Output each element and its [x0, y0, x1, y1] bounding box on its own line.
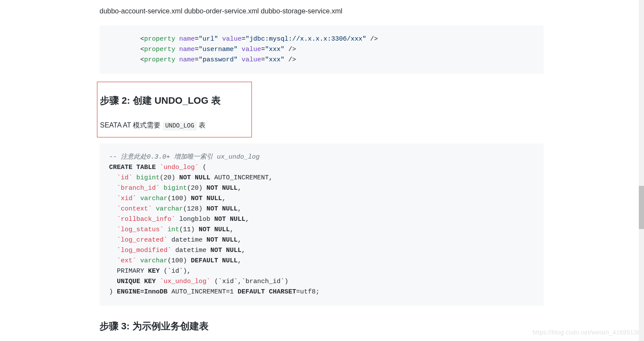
watermark: https://blog.csdn.net/weixin_41695138	[533, 328, 641, 338]
step2-text-after: 表	[197, 121, 206, 129]
intro-filenames: dubbo-account-service.xml dubbo-order-se…	[100, 6, 544, 17]
content-column: dubbo-account-service.xml dubbo-order-se…	[100, 0, 544, 334]
step2-heading: 步骤 2: 创建 UNDO_LOG 表	[100, 93, 247, 108]
page-root: dubbo-account-service.xml dubbo-order-se…	[0, 0, 644, 341]
highlight-box: 步骤 2: 创建 UNDO_LOG 表 SEATA AT 模式需要 UNDO_L…	[97, 82, 252, 137]
code-block-sql-undolog[interactable]: -- 注意此处0.3.0+ 增加唯一索引 ux_undo_log CREATE …	[100, 143, 544, 306]
step3-heading: 步骤 3: 为示例业务创建表	[100, 319, 544, 334]
scrollbar-track[interactable]	[639, 0, 644, 341]
step2-paragraph: SEATA AT 模式需要 UNDO_LOG 表	[100, 120, 247, 131]
scrollbar-thumb[interactable]	[639, 186, 644, 229]
code-block-xml-props[interactable]: <property name="url" value="jdbc:mysql:/…	[100, 25, 544, 74]
undo-log-inline-code: UNDO_LOG	[163, 121, 197, 131]
step2-text-before: SEATA AT 模式需要	[100, 121, 163, 129]
